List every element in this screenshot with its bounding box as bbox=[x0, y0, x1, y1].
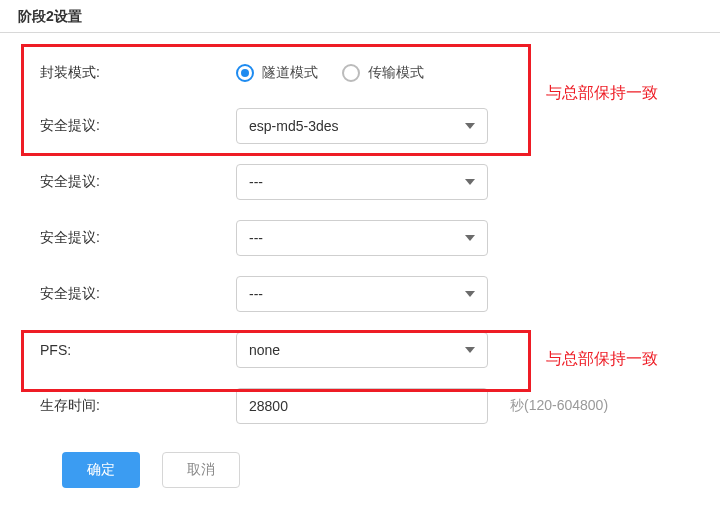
row-lifetime: 生存时间: 秒(120-604800) bbox=[22, 378, 702, 434]
lifetime-suffix: 秒(120-604800) bbox=[488, 397, 608, 415]
proposal1-label: 安全提议: bbox=[22, 117, 236, 135]
pfs-label: PFS: bbox=[22, 342, 236, 358]
radio-transport-label: 传输模式 bbox=[368, 64, 424, 82]
chevron-down-icon bbox=[465, 235, 475, 241]
encapsulation-label: 封装模式: bbox=[22, 64, 236, 82]
section-header: 阶段2设置 bbox=[0, 0, 720, 33]
proposal3-select[interactable]: --- bbox=[236, 220, 488, 256]
section-title: 阶段2设置 bbox=[18, 8, 82, 24]
pfs-value: none bbox=[249, 342, 280, 358]
row-proposal-4: 安全提议: --- bbox=[22, 266, 702, 322]
cancel-button[interactable]: 取消 bbox=[162, 452, 240, 488]
annotation-2: 与总部保持一致 bbox=[546, 349, 658, 370]
radio-tunnel-label: 隧道模式 bbox=[262, 64, 318, 82]
proposal3-label: 安全提议: bbox=[22, 229, 236, 247]
proposal2-label: 安全提议: bbox=[22, 173, 236, 191]
proposal2-value: --- bbox=[249, 174, 263, 190]
ok-button[interactable]: 确定 bbox=[62, 452, 140, 488]
row-proposal-1: 安全提议: esp-md5-3des bbox=[22, 98, 702, 154]
lifetime-input[interactable] bbox=[236, 388, 488, 424]
row-proposal-2: 安全提议: --- bbox=[22, 154, 702, 210]
radio-transport-mode[interactable]: 传输模式 bbox=[342, 64, 424, 82]
row-proposal-3: 安全提议: --- bbox=[22, 210, 702, 266]
proposal1-select[interactable]: esp-md5-3des bbox=[236, 108, 488, 144]
chevron-down-icon bbox=[465, 347, 475, 353]
proposal4-label: 安全提议: bbox=[22, 285, 236, 303]
chevron-down-icon bbox=[465, 179, 475, 185]
proposal2-select[interactable]: --- bbox=[236, 164, 488, 200]
radio-uncheck-icon bbox=[342, 64, 360, 82]
annotation-1: 与总部保持一致 bbox=[546, 83, 658, 104]
proposal4-select[interactable]: --- bbox=[236, 276, 488, 312]
radio-check-icon bbox=[236, 64, 254, 82]
proposal4-value: --- bbox=[249, 286, 263, 302]
pfs-select[interactable]: none bbox=[236, 332, 488, 368]
lifetime-label: 生存时间: bbox=[22, 397, 236, 415]
radio-tunnel-mode[interactable]: 隧道模式 bbox=[236, 64, 318, 82]
proposal1-value: esp-md5-3des bbox=[249, 118, 339, 134]
proposal3-value: --- bbox=[249, 230, 263, 246]
chevron-down-icon bbox=[465, 291, 475, 297]
chevron-down-icon bbox=[465, 123, 475, 129]
